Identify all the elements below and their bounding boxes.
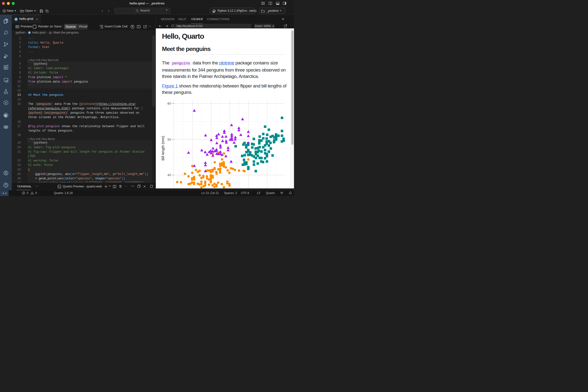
svg-text:50: 50 (168, 138, 171, 141)
svg-text:40: 40 (168, 173, 171, 177)
svg-text:Bill length (mm): Bill length (mm) (161, 136, 165, 161)
svg-text:60: 60 (168, 102, 171, 105)
